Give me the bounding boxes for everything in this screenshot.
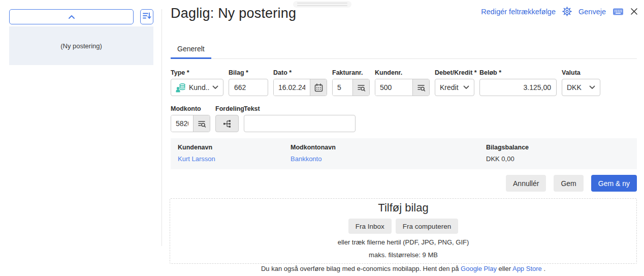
posting-list-item-new[interactable]: (Ny postering) <box>9 26 153 65</box>
list-search-icon[interactable] <box>193 115 210 132</box>
app-store-link[interactable]: App Store <box>512 265 542 272</box>
mobile-app-note-text: Du kan også overføre bilag med e-conomic… <box>261 265 461 272</box>
fordeling-button[interactable] <box>215 115 239 132</box>
gear-icon[interactable] <box>562 7 572 16</box>
type-select-value: Kund... <box>189 83 209 91</box>
fakturanr-input[interactable] <box>333 79 352 96</box>
debet-kredit-value: Kredit <box>440 83 460 91</box>
belob-label: Beløb * <box>479 69 557 76</box>
sort-descending-icon <box>142 11 151 22</box>
posting-dialog: (Ny postering) Daglig: Ny postering Redi… <box>0 0 644 276</box>
kundenavn-link[interactable]: Kurt Larsson <box>178 155 215 163</box>
tab-bar: Generelt <box>171 40 637 59</box>
customer-payment-icon <box>176 83 186 93</box>
keyboard-icon[interactable] <box>613 8 624 16</box>
sort-button[interactable] <box>140 9 153 24</box>
calendar-icon[interactable] <box>310 79 327 96</box>
dropzone-drag-hint: eller træk filerne hertil (PDF, JPG, PNG… <box>338 238 469 246</box>
google-play-link[interactable]: Google Play <box>461 265 497 272</box>
debet-kredit-select[interactable]: Kredit <box>435 79 474 96</box>
fakturanr-label: Fakturanr. <box>332 69 370 76</box>
type-label: Type * <box>171 69 223 76</box>
summary-strip: Kundenavn Kurt Larsson Modkontonavn Bank… <box>171 138 637 169</box>
type-select[interactable]: Kund... <box>171 79 223 96</box>
modkonto-label: Modkonto <box>171 105 210 112</box>
sidebar-divider <box>162 9 162 246</box>
from-computer-button[interactable]: Fra computeren <box>396 219 458 234</box>
kundenr-label: Kundenr. <box>375 69 430 76</box>
edit-field-order-link[interactable]: Redigér feltrækkefølge <box>481 8 556 16</box>
tekst-input[interactable] <box>244 115 356 132</box>
belob-input[interactable] <box>479 79 557 96</box>
list-search-icon[interactable] <box>412 79 429 96</box>
form-row-2: Modkonto Fordeling <box>171 105 356 132</box>
form-row-1: Type * Kund... Bilag * <box>171 69 600 96</box>
posting-list-collapse-combobox[interactable] <box>9 9 134 24</box>
action-buttons: Annullér Gem Gem & ny <box>171 175 637 192</box>
posting-list-item-label: (Ny postering) <box>60 42 102 50</box>
dropzone-title: Tilføj bilag <box>378 201 428 214</box>
modkontonavn-header: Modkontonavn <box>291 144 336 151</box>
dropzone-max-size: maks. filstørrelse: 9 MB <box>369 251 438 259</box>
bilag-input[interactable] <box>229 79 268 96</box>
dato-input[interactable] <box>274 79 310 96</box>
attachment-dropzone[interactable]: Tilføj bilag Fra Inbox Fra computeren el… <box>170 198 637 264</box>
shortcuts-link[interactable]: Genveje <box>578 8 606 16</box>
chevron-up-icon <box>68 12 76 21</box>
page-title: Daglig: Ny postering <box>171 6 296 21</box>
tekst-label: Tekst <box>244 105 356 112</box>
chevron-down-icon <box>463 85 469 89</box>
bilagsbalance-value: DKK 0,00 <box>486 155 514 163</box>
save-button[interactable]: Gem <box>554 175 583 192</box>
debet-kredit-label: Debet/Kredit * <box>435 69 474 76</box>
modkontonavn-link[interactable]: Bankkonto <box>291 155 321 163</box>
close-icon[interactable] <box>630 8 638 15</box>
header-toolbar: Redigér feltrækkefølge Genveje <box>481 7 638 16</box>
valuta-label: Valuta <box>562 69 600 76</box>
cancel-button[interactable]: Annullér <box>506 175 546 192</box>
tab-generelt[interactable]: Generelt <box>171 40 211 59</box>
dialog-drag-handle[interactable] <box>293 1 351 8</box>
fordeling-label: Fordeling <box>215 105 239 112</box>
distribution-icon <box>223 119 232 128</box>
kundenr-input[interactable] <box>375 79 412 96</box>
kundenavn-header: Kundenavn <box>178 144 212 151</box>
chevron-down-icon <box>212 85 218 89</box>
list-search-icon[interactable] <box>352 79 369 96</box>
dato-label: Dato * <box>273 69 327 76</box>
valuta-select[interactable]: DKK <box>562 79 600 96</box>
bilag-label: Bilag * <box>229 69 268 76</box>
mobile-app-note: Du kan også overføre bilag med e-conomic… <box>170 265 637 272</box>
modkonto-input[interactable] <box>171 115 193 132</box>
from-inbox-button[interactable]: Fra Inbox <box>348 219 392 234</box>
bilagsbalance-header: Bilagsbalance <box>486 144 529 151</box>
valuta-value: DKK <box>567 83 586 91</box>
chevron-down-icon <box>589 85 595 89</box>
save-and-new-button[interactable]: Gem & ny <box>591 175 637 192</box>
